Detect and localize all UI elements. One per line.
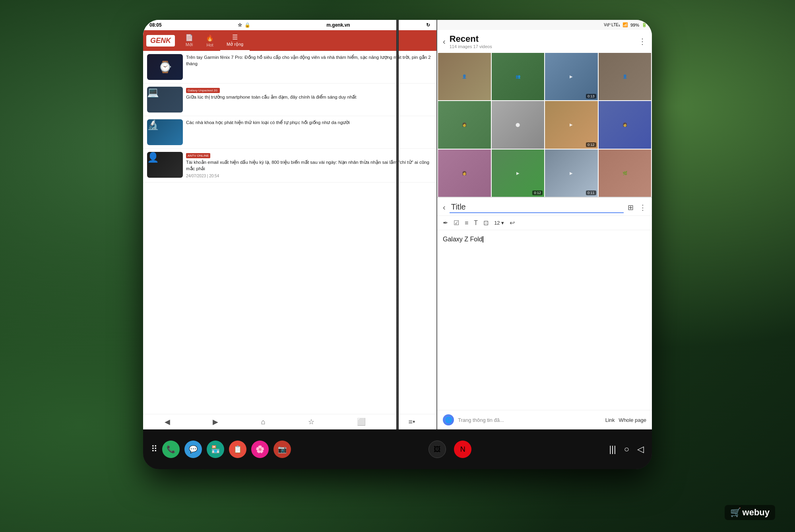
- play-icon-7: ▶: [570, 122, 573, 127]
- photo-cell-10[interactable]: ▶ 0:12: [492, 150, 545, 197]
- photo-grid: 👤 👥 ▶ 0:13 👤: [437, 53, 652, 197]
- notes-more-icon[interactable]: ⋮: [639, 203, 646, 212]
- gallery-panel: ‹ Recent 114 images 17 videos ⋮ 👤: [437, 30, 652, 197]
- refresh-icon[interactable]: ↻: [426, 22, 430, 28]
- person-silhouette: 👤: [622, 74, 627, 79]
- notes-layout-icon[interactable]: ⊞: [628, 203, 634, 212]
- gallery-menu-button[interactable]: ⋮: [638, 37, 646, 46]
- notes-title-input[interactable]: [450, 202, 624, 213]
- dock-apps-left: ⠿ 📞 💬 🏪 📋 🌸 📷: [143, 441, 299, 458]
- webuy-watermark: 🛒 webuy: [725, 505, 775, 520]
- home-nav-button[interactable]: ○: [624, 444, 629, 454]
- pen-icon[interactable]: ✒: [443, 219, 448, 227]
- url-hint: Trang thông tin đã...: [458, 417, 601, 423]
- list-icon[interactable]: ≡: [465, 219, 468, 227]
- tabs-button[interactable]: ⬜: [357, 417, 366, 426]
- news-article-3[interactable]: 🔬 Các nhà khoa học phát hiện thứ kim loạ…: [143, 116, 436, 149]
- notes-header: ‹ ⊞ ⋮: [437, 198, 652, 216]
- moi-icon: 📄: [185, 34, 193, 41]
- recent-apps-button[interactable]: |||: [609, 444, 616, 454]
- photo-cell-4[interactable]: 👤: [599, 53, 652, 100]
- article-2-image: 💻: [147, 87, 183, 113]
- article-4-text: ANTV ONLINE Tài khoản email xuất hiện dấ…: [186, 152, 432, 179]
- notes-back-button[interactable]: ‹: [443, 203, 446, 212]
- news-feed: ⌚ Trên tay Garmin fēnix 7 Pro: Đồng hồ s…: [143, 51, 436, 414]
- person-silhouette: 👤: [462, 74, 467, 79]
- tab-hot[interactable]: 🔥 Hot: [200, 31, 220, 50]
- battery-indicator: 99%: [630, 23, 639, 27]
- whole-page-button[interactable]: Whole page: [619, 417, 646, 423]
- photo-cell-11[interactable]: ▶ 0:11: [545, 150, 598, 197]
- battery-icon: 🔋: [642, 22, 647, 27]
- notes-header-icons: ⊞ ⋮: [628, 203, 646, 212]
- photo-cell-8[interactable]: 👩: [599, 101, 652, 148]
- network-indicator: Vd⁰ LTE₁: [604, 23, 620, 27]
- checkbox-icon[interactable]: ☑: [454, 219, 459, 227]
- bookmark-button[interactable]: ☆: [308, 417, 314, 426]
- text-icon[interactable]: T: [474, 219, 478, 227]
- dock-center-apps: 🖼 N: [299, 441, 601, 458]
- video-duration-7: 0:12: [586, 142, 596, 147]
- social-app-icon[interactable]: 🌸: [251, 441, 269, 458]
- notes-text: Galaxy Z Fold: [443, 236, 483, 243]
- photo-cell-2[interactable]: 👥: [492, 53, 545, 100]
- back-nav-button[interactable]: ◁: [637, 444, 644, 454]
- right-panel: Vd⁰ LTE₁ 📶 99% 🔋 ‹ Recent 114 images 17 …: [437, 20, 652, 429]
- phone-screen: 08:05 ☆ 🔒 m.genk.vn ↻ GENK 📄 Mới: [143, 20, 652, 429]
- notes-toolbar: ✒ ☑ ≡ T ⊡ 12 ▾ ↩: [437, 216, 652, 230]
- back-button[interactable]: ◀: [165, 417, 170, 426]
- gallery-back-button[interactable]: ‹: [443, 37, 446, 46]
- phone-screen-body: 08:05 ☆ 🔒 m.genk.vn ↻ GENK 📄 Mới: [143, 20, 652, 469]
- text-box-icon[interactable]: ⊡: [483, 219, 489, 227]
- tab-morong[interactable]: ☰ Mở rộng: [220, 30, 250, 51]
- news-article-1[interactable]: ⌚ Trên tay Garmin fēnix 7 Pro: Đồng hồ s…: [143, 51, 436, 83]
- url-display[interactable]: m.genk.vn: [326, 22, 350, 28]
- home-button[interactable]: ⌂: [261, 418, 265, 426]
- link-button[interactable]: Link: [605, 417, 615, 423]
- camera-app-icon[interactable]: 📷: [273, 441, 291, 458]
- notes-content-area[interactable]: Galaxy Z Fold: [437, 230, 652, 410]
- phone-app-icon[interactable]: 📞: [162, 441, 180, 458]
- undo-icon[interactable]: ↩: [510, 219, 515, 227]
- article-4-image: 👤: [147, 152, 183, 178]
- browser-navigation-bar: ◀ ▶ ⌂ ☆ ⬜ ≡•: [143, 414, 436, 429]
- app-grid-button[interactable]: ⠿: [151, 444, 157, 454]
- photo-cell-5[interactable]: 👩: [438, 101, 491, 148]
- tasks-app-icon[interactable]: 📋: [229, 441, 246, 458]
- forward-button[interactable]: ▶: [213, 417, 218, 426]
- news-article-2[interactable]: 💻 Galaxy Unpacked 20: Giữa lúc thị trườn…: [143, 83, 436, 116]
- object-silhouette: ⬤: [516, 122, 520, 127]
- phone-device: 08:05 ☆ 🔒 m.genk.vn ↻ GENK 📄 Mới: [119, 12, 676, 505]
- photo-cell-6[interactable]: ⬤: [492, 101, 545, 148]
- browser-icon: 🌐: [443, 414, 454, 425]
- photo-cell-3[interactable]: ▶ 0:13: [545, 53, 598, 100]
- person-silhouette: 🌿: [622, 171, 627, 175]
- store-app-icon[interactable]: 🏪: [207, 441, 224, 458]
- photo-cell-12[interactable]: 🌿: [599, 150, 652, 197]
- gallery-title: Recent: [450, 34, 492, 44]
- messages-app-icon[interactable]: 💬: [184, 441, 202, 458]
- text-cursor: [483, 236, 483, 243]
- news-article-4[interactable]: 👤 ANTV ONLINE Tài khoản email xuất hiện …: [143, 149, 436, 183]
- article-3-image: 🔬: [147, 119, 183, 145]
- photos-app-icon[interactable]: 🖼: [429, 441, 446, 458]
- play-icon-3: ▶: [570, 74, 573, 79]
- notes-bottom-bar: 🌐 Trang thông tin đã... Link Whole page: [437, 410, 652, 429]
- photo-cell-7[interactable]: ▶ 0:12: [545, 101, 598, 148]
- article-3-text: Các nhà khoa học phát hiện thứ kim loại …: [186, 119, 432, 126]
- right-status-bar: Vd⁰ LTE₁ 📶 99% 🔋: [437, 20, 652, 30]
- navigation-tabs-bar: GENK 📄 Mới 🔥 Hot ☰ Mở rộng: [143, 30, 436, 51]
- gallery-subtitle: 114 images 17 videos: [450, 44, 492, 49]
- lock-icon: 🔒: [244, 22, 250, 28]
- netflix-app-icon[interactable]: N: [454, 441, 471, 458]
- notes-panel: ‹ ⊞ ⋮ ✒ ☑ ≡ T ⊡ 12 ▾: [437, 198, 652, 429]
- webuy-text: webuy: [743, 507, 770, 518]
- genk-logo: GENK: [146, 35, 179, 47]
- morong-icon: ☰: [232, 33, 238, 41]
- globe-icon: 🌐: [445, 417, 452, 423]
- font-size-selector[interactable]: 12 ▾: [494, 220, 504, 226]
- photo-cell-1[interactable]: 👤: [438, 53, 491, 100]
- tab-moi[interactable]: 📄 Mới: [179, 31, 200, 50]
- menu-button[interactable]: ≡•: [408, 418, 415, 426]
- photo-cell-9[interactable]: 👩: [438, 150, 491, 197]
